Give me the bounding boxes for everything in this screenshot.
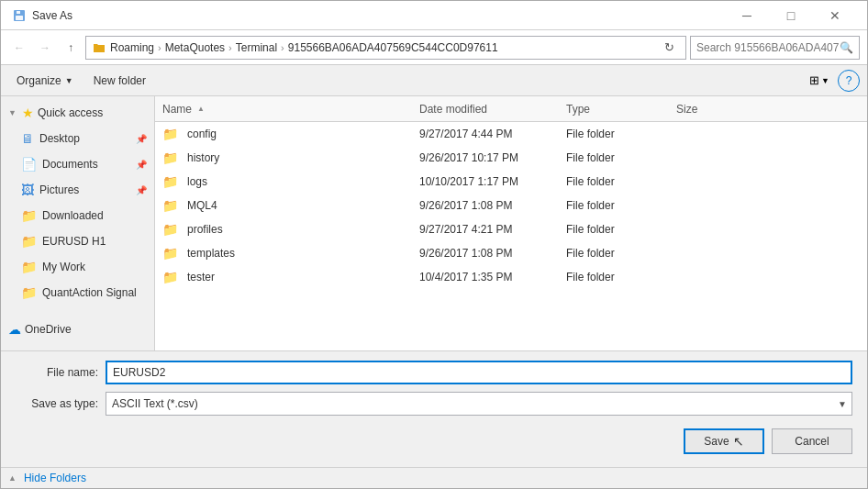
folder-icon: 📁 — [162, 246, 178, 261]
filename-input[interactable] — [106, 361, 852, 384]
saveastype-row: Save as type: ASCII Text (*.csv) CSV (*.… — [16, 392, 852, 416]
documents-icon: 📄 — [21, 157, 37, 172]
hide-folders-chevron: ▲ — [8, 473, 17, 483]
file-name: MQL4 — [187, 199, 217, 212]
forward-button[interactable]: → — [34, 37, 56, 59]
folder-icon: 📁 — [162, 127, 178, 141]
view-icon: ⊞ — [809, 73, 819, 87]
sidebar-item-eurusd[interactable]: 📁 EURUSD H1 — [1, 228, 154, 254]
sidebar-item-desktop[interactable]: 🖥 Desktop 📌 — [1, 126, 154, 151]
col-size-header[interactable]: Size — [676, 103, 750, 116]
quantaction-label: QuantAction Signal — [42, 286, 147, 299]
cursor-indicator: ↖ — [733, 434, 744, 449]
cancel-button[interactable]: Cancel — [772, 428, 852, 454]
refresh-button[interactable]: ↻ — [658, 37, 680, 59]
downloaded-icon: 📁 — [21, 208, 37, 223]
up-button[interactable]: ↑ — [60, 37, 82, 59]
table-row[interactable]: 📁 logs 10/10/2017 1:17 PM File folder — [155, 170, 867, 194]
search-input[interactable] — [696, 41, 840, 54]
eurusd-icon: 📁 — [21, 234, 37, 249]
file-name-cell: 📁 tester — [162, 270, 419, 284]
onedrive-label: OneDrive — [25, 323, 72, 336]
minimize-button[interactable]: ─ — [726, 6, 768, 25]
sidebar-item-mywork[interactable]: 📁 My Work — [1, 254, 154, 280]
path-guid: 915566BA06ADA407569C544CC0D97611 — [288, 41, 498, 54]
file-type-cell: File folder — [566, 175, 676, 188]
file-name-cell: 📁 history — [162, 150, 419, 165]
table-row[interactable]: 📁 templates 9/26/2017 1:08 PM File folde… — [155, 241, 867, 265]
hide-folders-label: Hide Folders — [24, 472, 86, 484]
eurusd-label: EURUSD H1 — [42, 235, 147, 248]
path-roaming: Roaming — [110, 41, 154, 54]
table-row[interactable]: 📁 config 9/27/2017 4:44 PM File folder — [155, 122, 867, 146]
mywork-label: My Work — [42, 261, 147, 273]
back-button[interactable]: ← — [8, 37, 30, 59]
file-rows: 📁 config 9/27/2017 4:44 PM File folder 📁… — [155, 122, 867, 289]
address-path[interactable]: Roaming › MetaQuotes › Terminal › 915566… — [85, 36, 686, 60]
title-bar: Save As ─ □ ✕ — [1, 1, 867, 30]
table-row[interactable]: 📁 MQL4 9/26/2017 1:08 PM File folder — [155, 194, 867, 217]
folder-icon: 📁 — [162, 222, 178, 237]
file-name-cell: 📁 templates — [162, 246, 419, 261]
file-date-cell: 9/27/2017 4:21 PM — [419, 223, 566, 236]
mywork-icon: 📁 — [21, 260, 37, 274]
quick-access-label: Quick access — [38, 106, 103, 119]
quick-access-icon: ★ — [22, 106, 34, 120]
table-row[interactable]: 📁 tester 10/4/2017 1:35 PM File folder — [155, 265, 867, 289]
help-button[interactable]: ? — [838, 70, 860, 92]
view-button[interactable]: ⊞ ▼ — [805, 70, 834, 91]
file-date-cell: 9/26/2017 1:08 PM — [419, 247, 566, 260]
col-name-header[interactable]: Name ▲ — [162, 103, 419, 116]
onedrive-header[interactable]: ☁ OneDrive — [1, 317, 154, 342]
sidebar-item-quantaction[interactable]: 📁 QuantAction Signal — [1, 280, 154, 306]
file-type-cell: File folder — [566, 247, 676, 260]
file-list: Name ▲ Date modified Type Size 📁 config … — [155, 96, 867, 350]
maximize-button[interactable]: □ — [770, 6, 812, 25]
file-name-cell: 📁 logs — [162, 174, 419, 189]
sidebar-item-pictures[interactable]: 🖼 Pictures 📌 — [1, 177, 154, 203]
organize-button[interactable]: Organize ▼ — [8, 69, 82, 93]
path-metaquotes: MetaQuotes — [165, 41, 225, 54]
downloaded-label: Downloaded — [42, 209, 147, 222]
file-name: logs — [187, 175, 207, 188]
col-type-header[interactable]: Type — [566, 103, 676, 116]
quick-access-chevron: ▼ — [8, 108, 17, 117]
col-date-header[interactable]: Date modified — [419, 103, 566, 116]
file-date-cell: 10/10/2017 1:17 PM — [419, 175, 566, 188]
table-row[interactable]: 📁 history 9/26/2017 10:17 PM File folder — [155, 146, 867, 170]
file-type-cell: File folder — [566, 271, 676, 283]
file-name-cell: 📁 profiles — [162, 222, 419, 237]
search-box[interactable]: 🔍 — [690, 36, 860, 60]
file-name: templates — [187, 247, 235, 260]
file-type-cell: File folder — [566, 128, 676, 140]
desktop-pin: 📌 — [136, 134, 147, 144]
file-type-cell: File folder — [566, 199, 676, 212]
col-date-label: Date modified — [419, 103, 487, 116]
desktop-label: Desktop — [39, 132, 130, 145]
table-row[interactable]: 📁 profiles 9/27/2017 4:21 PM File folder — [155, 217, 867, 241]
hide-folders-row[interactable]: ▲ Hide Folders — [1, 467, 867, 488]
save-label: Save — [704, 435, 729, 448]
address-bar: ← → ↑ Roaming › MetaQuotes › Terminal › … — [1, 30, 867, 65]
col-size-label: Size — [676, 103, 697, 116]
quick-access-header[interactable]: ▼ ★ Quick access — [1, 100, 154, 126]
save-button[interactable]: Save ↖ — [684, 428, 764, 454]
quantaction-icon: 📁 — [21, 285, 37, 300]
filename-input-wrap — [106, 361, 852, 384]
file-type-cell: File folder — [566, 151, 676, 164]
saveastype-select[interactable]: ASCII Text (*.csv) CSV (*.csv) Text (*.t… — [106, 392, 852, 416]
new-folder-label: New folder — [94, 74, 146, 87]
bottom-section: File name: Save as type: ASCII Text (*.c… — [1, 350, 867, 467]
organize-label: Organize — [17, 74, 61, 87]
sidebar-item-documents[interactable]: 📄 Documents 📌 — [1, 151, 154, 177]
window-controls: ─ □ ✕ — [726, 6, 856, 25]
onedrive-icon: ☁ — [8, 322, 21, 337]
toolbar: Organize ▼ New folder ⊞ ▼ ? — [1, 65, 867, 96]
new-folder-button[interactable]: New folder — [85, 69, 154, 93]
folder-small-icon — [92, 40, 106, 55]
file-name-cell: 📁 MQL4 — [162, 198, 419, 213]
folder-icon: 📁 — [162, 150, 178, 165]
close-button[interactable]: ✕ — [814, 6, 856, 25]
file-date-cell: 9/26/2017 1:08 PM — [419, 199, 566, 212]
sidebar-item-downloaded[interactable]: 📁 Downloaded — [1, 203, 154, 228]
